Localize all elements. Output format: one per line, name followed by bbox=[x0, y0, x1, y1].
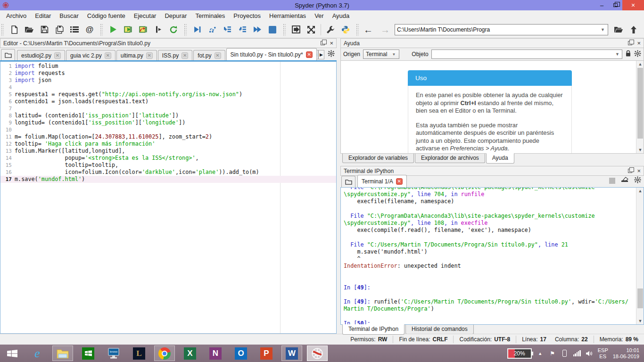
taskbar-league-of-legends[interactable]: L bbox=[129, 346, 149, 361]
menu-ejecutar[interactable]: Ejecutar bbox=[130, 11, 161, 21]
action-center-flag-icon[interactable]: ⚑ bbox=[549, 349, 556, 358]
python-env-button[interactable] bbox=[338, 23, 353, 37]
code-line[interactable]: 9longitud= (contenido1['iss_position']['… bbox=[0, 119, 336, 126]
battery-indicator[interactable]: 20% bbox=[507, 348, 532, 359]
code-line[interactable]: 10 bbox=[0, 126, 336, 133]
debug-button[interactable] bbox=[190, 23, 205, 37]
close-tab-icon[interactable]: ✕ bbox=[215, 52, 221, 59]
run-cell-button[interactable] bbox=[121, 23, 136, 37]
menu-buscar[interactable]: Buscar bbox=[55, 11, 83, 21]
run-button[interactable] bbox=[106, 23, 121, 37]
scroll-down-icon[interactable]: ▼ bbox=[636, 147, 644, 153]
lock-icon[interactable] bbox=[625, 50, 631, 58]
close-tab-icon[interactable]: ✕ bbox=[396, 178, 403, 185]
code-line[interactable]: 2import requests bbox=[0, 70, 336, 77]
save-button[interactable] bbox=[37, 23, 52, 37]
interrupt-kernel-icon[interactable] bbox=[609, 178, 615, 184]
maximize-pane-button[interactable] bbox=[289, 23, 304, 37]
menu-terminales[interactable]: Terminales bbox=[191, 11, 229, 21]
taskbar-file-explorer[interactable] bbox=[52, 346, 73, 361]
menu-proyectos[interactable]: Proyectos bbox=[229, 11, 265, 21]
close-tab-icon[interactable]: ✕ bbox=[54, 52, 61, 59]
editor-tab[interactable]: Sin título0.py - Sin título0.py*✕ bbox=[226, 48, 317, 60]
scroll-down-icon[interactable]: ▼ bbox=[636, 318, 644, 324]
volume-icon[interactable] bbox=[586, 349, 593, 358]
menu-depurar[interactable]: Depurar bbox=[160, 11, 191, 21]
working-directory-input[interactable] bbox=[397, 26, 600, 33]
taskbar-spyder[interactable] bbox=[307, 346, 328, 361]
stop-button[interactable] bbox=[265, 23, 280, 37]
taskbar-powerpoint[interactable]: P bbox=[256, 346, 277, 361]
taskbar-excel[interactable]: X bbox=[180, 346, 200, 361]
editor-tab[interactable]: guia vic 2.py✕ bbox=[66, 50, 116, 60]
undock-icon[interactable] bbox=[321, 41, 325, 45]
browse-directory-button[interactable] bbox=[611, 23, 626, 37]
taskbar-chrome[interactable] bbox=[154, 346, 175, 361]
new-file-button[interactable] bbox=[7, 23, 22, 37]
scroll-up-icon[interactable]: ▲ bbox=[636, 61, 644, 67]
browse-tabs-button[interactable] bbox=[1, 49, 15, 60]
symbol-finder-button[interactable]: @ bbox=[82, 23, 97, 37]
menu-código-fuente[interactable]: Código fuente bbox=[83, 11, 130, 21]
editor-tab[interactable]: ultima.py✕ bbox=[116, 50, 157, 60]
console-scrollbar[interactable]: ▲ ▼ bbox=[636, 188, 644, 324]
scroll-up-icon[interactable]: ▲ bbox=[636, 188, 644, 194]
open-file-button[interactable] bbox=[22, 23, 37, 37]
code-line[interactable]: 1import folium bbox=[0, 63, 336, 70]
undock-icon[interactable] bbox=[628, 41, 632, 45]
menu-editar[interactable]: Editar bbox=[31, 11, 55, 21]
close-pane-icon[interactable]: × bbox=[330, 41, 333, 46]
editor-tab[interactable]: estudioj2.py✕ bbox=[17, 50, 65, 60]
network-signal-icon[interactable] bbox=[573, 350, 581, 356]
debug-step-out-button[interactable] bbox=[235, 23, 250, 37]
code-line[interactable]: 17m.save('mundof.html') bbox=[0, 176, 336, 183]
menu-ver[interactable]: Ver bbox=[310, 11, 328, 21]
console-tab[interactable]: Terminal 1/A ✕ bbox=[357, 175, 407, 187]
origin-dropdown[interactable]: Terminal ▼ bbox=[363, 49, 399, 59]
minimize-button[interactable]: – bbox=[595, 0, 609, 10]
code-line[interactable]: 8latitud= (contenido1['iss_position']['l… bbox=[0, 112, 336, 119]
code-line[interactable]: 14 popup='<strong>Esta es la ISS</strong… bbox=[0, 155, 336, 162]
run-cell-advance-button[interactable] bbox=[136, 23, 151, 37]
pane-tab-terminal-de-ipython[interactable]: Terminal de IPython bbox=[342, 324, 405, 335]
fullscreen-button[interactable] bbox=[304, 23, 319, 37]
code-line[interactable]: 3import json bbox=[0, 77, 336, 84]
close-tab-icon[interactable]: ✕ bbox=[105, 52, 111, 59]
code-line[interactable]: 11m= folium.Map(location=[24.307883,11.6… bbox=[0, 133, 336, 140]
show-hidden-icons-button[interactable]: ▲ bbox=[537, 349, 544, 358]
debug-continue-button[interactable] bbox=[250, 23, 265, 37]
pane-tab-historial-de-comandos[interactable]: Historial de comandos bbox=[405, 325, 474, 334]
code-line[interactable]: 5respuesta1 = requests.get("http://api.o… bbox=[0, 91, 336, 98]
help-scrollbar[interactable]: ▲ ▼ bbox=[636, 61, 644, 153]
debug-step-button[interactable] bbox=[205, 23, 220, 37]
start-button[interactable] bbox=[0, 345, 25, 362]
close-tab-icon[interactable]: ✕ bbox=[306, 51, 313, 58]
pane-tab-explorador-de-variables[interactable]: Explorador de variables bbox=[342, 154, 414, 163]
taskbar-lenovo[interactable]: lenovo bbox=[103, 346, 124, 361]
editor-options-gear-icon[interactable] bbox=[328, 50, 335, 59]
taskbar-outlook[interactable]: O bbox=[231, 346, 251, 361]
parent-directory-button[interactable] bbox=[626, 23, 641, 37]
ipython-console[interactable]: File "C:\ProgramData\Anaconda3\lib\site-… bbox=[340, 187, 644, 325]
console-options-gear-icon[interactable] bbox=[634, 176, 641, 185]
browse-tabs-button[interactable] bbox=[341, 176, 355, 187]
debug-step-into-button[interactable] bbox=[220, 23, 235, 37]
close-pane-icon[interactable]: × bbox=[637, 169, 641, 173]
scrollbar-thumb[interactable] bbox=[637, 68, 643, 139]
help-options-gear-icon[interactable] bbox=[634, 50, 641, 58]
code-line[interactable]: 12tooltip= 'Haga click para más informac… bbox=[0, 140, 336, 148]
editor-tab[interactable]: fot.py✕ bbox=[193, 50, 225, 60]
undock-icon[interactable] bbox=[628, 169, 632, 173]
forward-button[interactable]: → bbox=[377, 23, 394, 36]
scrollbar-thumb[interactable] bbox=[637, 288, 643, 308]
menu-ayuda[interactable]: Ayuda bbox=[328, 11, 354, 21]
pane-tab-explorador-de-archivos[interactable]: Explorador de archivos bbox=[415, 154, 485, 163]
taskbar-internet-explorer[interactable]: e bbox=[27, 346, 48, 361]
menu-herramientas[interactable]: Herramientas bbox=[265, 11, 310, 21]
power-icon[interactable] bbox=[561, 349, 569, 358]
pane-tab-ayuda[interactable]: Ayuda bbox=[486, 153, 514, 164]
code-line[interactable]: 16 icon=folium.Icon(color='darkblue',ico… bbox=[0, 169, 336, 176]
close-pane-icon[interactable]: × bbox=[637, 41, 641, 46]
code-line[interactable]: 15 tooltip=tooltip, bbox=[0, 162, 336, 169]
preferences-button[interactable] bbox=[323, 23, 338, 37]
